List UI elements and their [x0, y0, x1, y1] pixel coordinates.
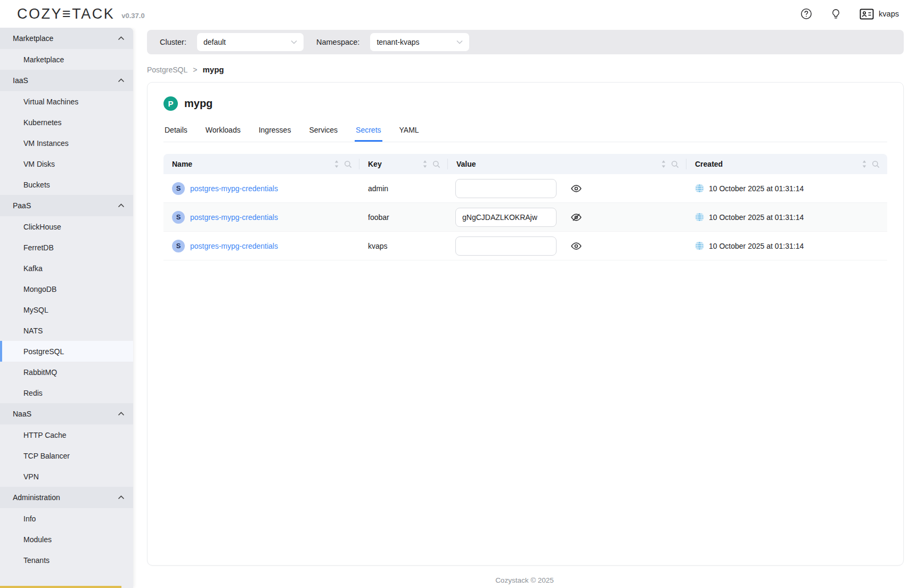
sidebar-section-administration[interactable]: Administration: [0, 487, 133, 508]
namespace-select[interactable]: tenant-kvaps: [370, 33, 469, 51]
sidebar-item-tenants[interactable]: Tenants: [0, 550, 133, 570]
search-icon[interactable]: [872, 160, 880, 168]
card-title-row: P mypg: [163, 96, 887, 111]
sidebar-item-postgresql[interactable]: PostgreSQL: [0, 341, 133, 362]
secret-key: foobar: [359, 213, 448, 222]
breadcrumb-current: mypg: [202, 65, 224, 74]
sort-icon[interactable]: [861, 160, 868, 168]
sidebar-item-vm-disks[interactable]: VM Disks: [0, 153, 133, 174]
footer-copyright: Cozystack © 2025: [133, 576, 916, 584]
sort-icon[interactable]: [333, 160, 340, 168]
globe-icon: [695, 241, 704, 250]
sidebar-item-vm-instances[interactable]: VM Instances: [0, 133, 133, 153]
breadcrumb-postgresql[interactable]: PostgreSQL: [147, 66, 187, 74]
sidebar-item-buckets[interactable]: Buckets: [0, 174, 133, 195]
breadcrumb: PostgreSQL > mypg: [147, 65, 916, 74]
sidebar-item-kubernetes[interactable]: Kubernetes: [0, 112, 133, 133]
tab-workloads[interactable]: Workloads: [205, 126, 242, 142]
sidebar-item-info[interactable]: Info: [0, 508, 133, 529]
created-timestamp: 10 October 2025 at 01:31:14: [709, 242, 804, 250]
tab-bar: Details Workloads Ingresses Services Sec…: [163, 126, 887, 142]
sidebar-item-virtual-machines[interactable]: Virtual Machines: [0, 91, 133, 112]
column-label: Name: [172, 160, 192, 168]
secret-name-link[interactable]: postgres-mypg-credentials: [190, 213, 278, 222]
id-card-icon: [860, 9, 874, 20]
column-header-value: Value: [448, 154, 686, 174]
sort-icon[interactable]: [421, 160, 429, 168]
topbar-actions: kvaps: [800, 8, 899, 20]
secret-badge-icon: S: [172, 240, 185, 252]
secret-value-input[interactable]: [455, 179, 557, 198]
tab-details[interactable]: Details: [163, 126, 189, 142]
app-logo[interactable]: COZY≡TACK: [17, 6, 114, 22]
tab-yaml[interactable]: YAML: [398, 126, 420, 142]
user-menu[interactable]: kvaps: [860, 9, 899, 20]
chevron-up-icon: [118, 412, 125, 416]
sidebar-item-http-cache[interactable]: HTTP Cache: [0, 424, 133, 445]
table-row: S postgres-mypg-credentials kvaps 10 Oct…: [163, 232, 887, 260]
secret-name-link[interactable]: postgres-mypg-credentials: [190, 184, 278, 193]
context-filter-bar: Cluster: default Namespace: tenant-kvaps: [147, 30, 904, 54]
secret-value-input[interactable]: [455, 208, 557, 227]
column-label: Key: [368, 160, 382, 168]
sort-icon[interactable]: [660, 160, 667, 168]
sidebar-item-rabbitmq[interactable]: RabbitMQ: [0, 362, 133, 382]
sidebar-section-iaas[interactable]: IaaS: [0, 70, 133, 91]
sidebar-item-mysql[interactable]: MySQL: [0, 299, 133, 320]
sidebar-item-kafka[interactable]: Kafka: [0, 258, 133, 279]
sidebar-item-tcp-balancer[interactable]: TCP Balancer: [0, 445, 133, 466]
chevron-up-icon: [118, 78, 125, 83]
secret-key: kvaps: [359, 242, 448, 250]
column-header-created: Created: [686, 154, 887, 174]
breadcrumb-separator: >: [193, 66, 197, 74]
globe-icon: [695, 184, 704, 193]
section-label: NaaS: [13, 410, 31, 418]
sidebar-item-marketplace[interactable]: Marketplace: [0, 49, 133, 70]
resource-card: P mypg Details Workloads Ingresses Servi…: [147, 82, 904, 566]
search-icon[interactable]: [671, 160, 679, 168]
chevron-up-icon: [118, 495, 125, 500]
page-title: mypg: [184, 97, 212, 110]
sidebar-item-nats[interactable]: NATS: [0, 320, 133, 341]
secret-badge-icon: S: [172, 211, 185, 224]
tab-services[interactable]: Services: [308, 126, 339, 142]
sidebar-section-naas[interactable]: NaaS: [0, 403, 133, 424]
secret-badge-icon: S: [172, 182, 185, 195]
eye-off-icon[interactable]: [570, 211, 582, 223]
lightbulb-icon[interactable]: [830, 8, 841, 20]
eye-icon[interactable]: [570, 183, 582, 194]
sidebar-item-mongodb[interactable]: MongoDB: [0, 279, 133, 299]
column-header-key: Key: [359, 154, 448, 174]
secrets-table: Name Key Value: [163, 154, 887, 260]
secret-value-input[interactable]: [455, 236, 557, 256]
help-icon[interactable]: [800, 8, 812, 20]
sidebar-item-vpn[interactable]: VPN: [0, 466, 133, 487]
search-icon[interactable]: [344, 160, 352, 168]
sidebar-item-clickhouse[interactable]: ClickHouse: [0, 216, 133, 237]
sidebar-section-paas[interactable]: PaaS: [0, 195, 133, 216]
tab-ingresses[interactable]: Ingresses: [258, 126, 292, 142]
sidebar-section-marketplace[interactable]: Marketplace: [0, 28, 133, 49]
sidebar-item-modules[interactable]: Modules: [0, 529, 133, 550]
search-icon[interactable]: [432, 160, 440, 168]
section-label: IaaS: [13, 76, 28, 85]
sidebar-item-ferretdb[interactable]: FerretDB: [0, 237, 133, 258]
cluster-select[interactable]: default: [197, 33, 304, 51]
namespace-select-value: tenant-kvaps: [377, 38, 419, 46]
section-label: Administration: [13, 493, 60, 502]
namespace-label: Namespace:: [316, 38, 359, 46]
eye-icon[interactable]: [570, 240, 582, 252]
table-header: Name Key Value: [163, 154, 887, 174]
secret-key: admin: [359, 184, 448, 193]
secret-name-link[interactable]: postgres-mypg-credentials: [190, 242, 278, 250]
chevron-up-icon: [118, 36, 125, 40]
sidebar-item-redis[interactable]: Redis: [0, 382, 133, 403]
column-label: Value: [456, 160, 476, 168]
section-label: Marketplace: [13, 34, 53, 43]
sidebar-bottom-accent: [0, 586, 121, 588]
tab-secrets[interactable]: Secrets: [355, 126, 382, 142]
table-row: S postgres-mypg-credentials admin 10 Oct…: [163, 174, 887, 203]
user-name: kvaps: [879, 10, 899, 18]
chevron-down-icon: [291, 40, 297, 44]
created-timestamp: 10 October 2025 at 01:31:14: [709, 184, 804, 193]
